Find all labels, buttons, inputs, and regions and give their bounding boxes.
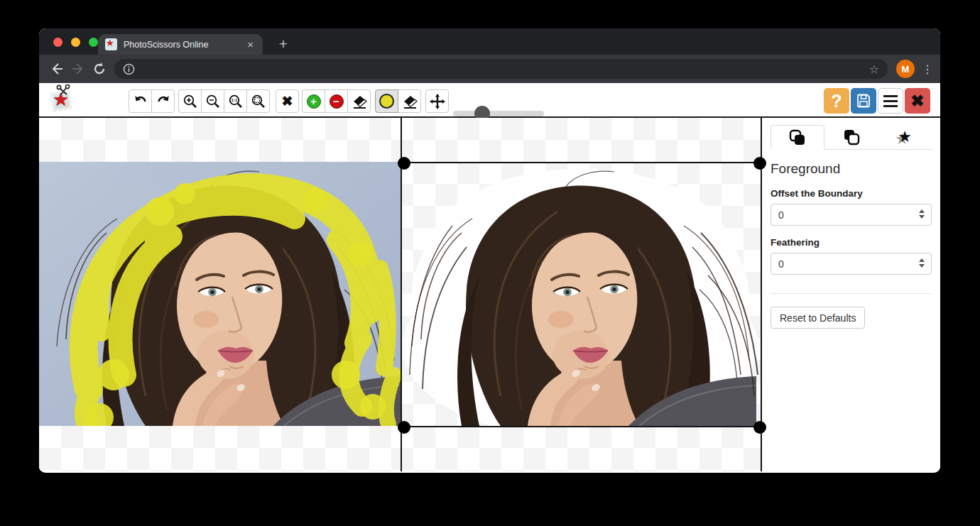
tab-close-icon[interactable]: × <box>245 38 256 50</box>
tab-title: PhotoScissors Online <box>124 40 245 50</box>
close-window-button[interactable] <box>53 38 62 47</box>
marker-group: + − <box>302 89 371 113</box>
zoom-group: 1:1 <box>178 89 270 113</box>
yellow-marker-button[interactable] <box>375 89 398 113</box>
address-bar[interactable]: ☆ <box>114 59 888 79</box>
pan-group <box>425 89 449 113</box>
sidebar-divider <box>771 293 932 294</box>
editor-canvas[interactable] <box>39 118 762 471</box>
move-tool-button[interactable] <box>425 89 449 113</box>
clear-group: ✖ <box>276 89 299 113</box>
page-info-icon[interactable] <box>123 63 135 75</box>
background-layers-icon <box>843 128 860 146</box>
zoom-out-button[interactable] <box>201 89 224 113</box>
clear-markers-button[interactable]: ✖ <box>276 89 299 113</box>
menu-button[interactable] <box>878 88 903 114</box>
editor-toolbar: ★ 1:1 <box>39 83 940 118</box>
reset-defaults-button[interactable]: Reset to Defaults <box>771 307 865 329</box>
crop-handle-top-right[interactable] <box>753 157 766 170</box>
yellow-eraser-button[interactable] <box>398 89 421 113</box>
browser-tab-strip: ★ PhotoScissors Online × + <box>39 28 940 55</box>
crop-handle-bottom-left[interactable] <box>398 421 410 434</box>
tab-foreground[interactable] <box>771 125 824 150</box>
marker-eraser-button[interactable] <box>347 89 371 113</box>
minimize-window-button[interactable] <box>71 38 80 47</box>
crop-handle-top-left[interactable] <box>398 157 410 170</box>
floppy-disk-icon <box>856 93 871 109</box>
canvas-sidebar-divider <box>761 118 762 471</box>
zoom-actual-size-button[interactable]: 1:1 <box>224 89 247 113</box>
scissors-icon <box>55 84 72 96</box>
yellow-marker-group <box>375 89 421 113</box>
effects-star-icon: ★ ★ <box>896 128 913 146</box>
svg-text:1:1: 1:1 <box>231 97 238 102</box>
redo-button[interactable] <box>151 89 175 113</box>
feathering-select[interactable]: 0 <box>771 253 932 275</box>
result-image-panel[interactable] <box>403 162 761 426</box>
zoom-fit-button[interactable] <box>246 89 270 113</box>
offset-boundary-label: Offset the Boundary <box>771 188 932 199</box>
tab-background[interactable] <box>824 125 878 150</box>
back-icon[interactable] <box>46 58 67 80</box>
browser-window: ★ PhotoScissors Online × + ☆ M ⋮ ★ <box>39 28 940 473</box>
original-image-panel[interactable] <box>39 162 401 426</box>
crop-handle-bottom-right[interactable] <box>753 421 766 434</box>
select-spinner-icon <box>919 209 925 219</box>
window-controls <box>53 38 98 47</box>
browser-menu-icon[interactable]: ⋮ <box>922 67 933 71</box>
settings-sidebar: ★ ★ Foreground Offset the Boundary 0 Fea… <box>762 118 940 471</box>
feathering-label: Feathering <box>771 237 932 248</box>
bookmark-star-icon[interactable]: ☆ <box>869 62 879 76</box>
brush-size-slider[interactable] <box>453 111 544 116</box>
reload-icon[interactable] <box>89 58 110 80</box>
select-spinner-icon <box>919 258 925 268</box>
crop-boundary-top[interactable] <box>401 162 762 163</box>
sidebar-tabs: ★ ★ <box>771 125 932 150</box>
pane-heading: Foreground <box>771 161 932 177</box>
photoscissors-logo: ★ <box>50 87 75 113</box>
offset-boundary-value: 0 <box>778 209 784 221</box>
workspace: ★ ★ Foreground Offset the Boundary 0 Fea… <box>39 118 940 471</box>
offset-boundary-select[interactable]: 0 <box>771 204 932 226</box>
save-button[interactable] <box>851 88 876 114</box>
foreground-marker-button[interactable]: + <box>302 89 325 113</box>
foreground-layers-icon <box>789 129 806 146</box>
feathering-value: 0 <box>778 258 784 270</box>
browser-tab[interactable]: ★ PhotoScissors Online × <box>98 34 263 55</box>
help-button[interactable]: ? <box>824 88 849 114</box>
forward-icon <box>67 58 89 80</box>
background-marker-button[interactable]: − <box>325 89 348 113</box>
history-group <box>129 89 175 113</box>
new-tab-button[interactable]: + <box>273 34 293 54</box>
panel-divider <box>401 118 402 471</box>
photoscissors-favicon: ★ <box>105 38 117 50</box>
zoom-window-button[interactable] <box>89 38 98 47</box>
browser-navbar: ☆ M ⋮ <box>39 55 940 83</box>
profile-avatar[interactable]: M <box>896 60 915 78</box>
crop-boundary-bottom[interactable] <box>401 426 762 427</box>
undo-button[interactable] <box>129 89 152 113</box>
close-editor-button[interactable]: ✖ <box>905 88 930 114</box>
zoom-in-button[interactable] <box>178 89 202 113</box>
tab-effects[interactable]: ★ ★ <box>878 125 932 150</box>
